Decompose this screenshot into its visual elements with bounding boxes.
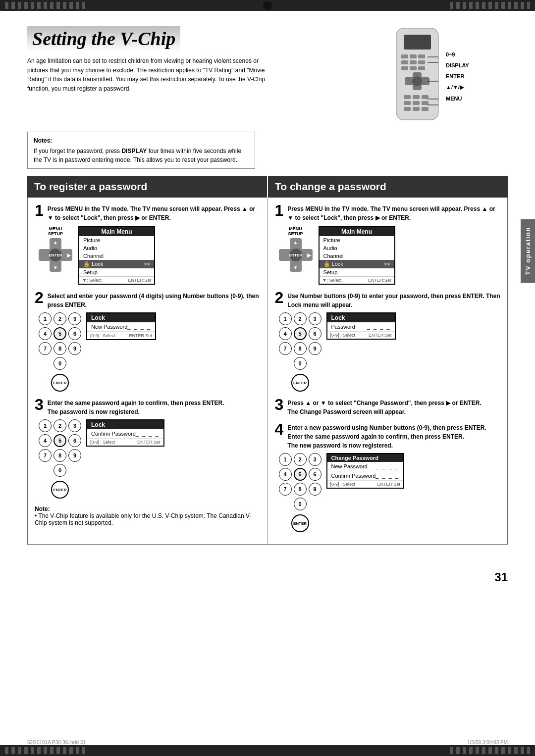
svg-rect-18 xyxy=(413,101,420,105)
svg-rect-10 xyxy=(418,66,425,70)
svg-rect-3 xyxy=(410,54,417,58)
left-section-header: To register a password xyxy=(27,176,267,198)
remote-label-arrows: ▲/▼/▶ xyxy=(446,84,469,91)
remote-label-menu: MENU xyxy=(446,96,469,101)
bottom-bar xyxy=(0,745,535,756)
left-step3: 3 Enter the same password again to confi… xyxy=(35,399,261,499)
right-step3: 3 Press ▲ or ▼ to select "Change Passwor… xyxy=(275,399,501,416)
right-column: 1 Press MENU in the TV mode. The TV menu… xyxy=(268,198,508,544)
right-section-header: To change a password xyxy=(268,176,508,198)
remote-label-09: 0–9 xyxy=(446,51,469,57)
sections-headers: To register a password To change a passw… xyxy=(27,176,508,198)
left-column: 1 Press MENU in the TV mode. The TV menu… xyxy=(28,198,268,544)
remote-label-enter: ENTER xyxy=(446,73,469,79)
page-number: 31 xyxy=(494,570,508,584)
notes-title: Notes: xyxy=(34,136,249,145)
left-step1: 1 Press MENU in the TV mode. The TV menu… xyxy=(35,204,261,285)
tv-operation-label: TV operation xyxy=(521,219,535,283)
svg-rect-8 xyxy=(401,66,408,70)
right-step2-num: 2 xyxy=(275,290,284,305)
svg-rect-15 xyxy=(413,95,420,99)
svg-rect-20 xyxy=(404,107,411,111)
svg-rect-1 xyxy=(404,35,431,50)
right-step1: 1 Press MENU in the TV mode. The TV menu… xyxy=(275,204,501,285)
svg-point-13 xyxy=(412,76,422,86)
right-step4: 4 Enter a new password using Number butt… xyxy=(275,423,501,532)
svg-rect-21 xyxy=(413,107,420,111)
left-step2-text: Select and enter your password (4 digits… xyxy=(48,292,261,309)
right-step3-num: 3 xyxy=(275,397,284,412)
remote-diagram: 0–9 DISPLAY ENTER ▲/▼/▶ MENU xyxy=(394,26,508,125)
svg-rect-7 xyxy=(418,60,425,64)
remote-label-display: DISPLAY xyxy=(446,62,469,68)
left-step2: 2 Select and enter your password (4 digi… xyxy=(35,292,261,392)
left-step2-num: 2 xyxy=(35,290,44,305)
svg-rect-19 xyxy=(422,101,428,105)
notes-box: Notes: If you forget the password, press… xyxy=(27,132,255,169)
right-step2: 2 Use Number buttons (0-9) to enter your… xyxy=(275,292,501,392)
left-menu-title: Main Menu xyxy=(79,227,154,236)
svg-rect-5 xyxy=(401,60,408,64)
footer: 52G0101A P30-36.indd 31 1/5/09 3:04:03 P… xyxy=(27,740,508,745)
right-step4-text: Enter a new password using Number button… xyxy=(287,423,486,450)
svg-rect-4 xyxy=(418,54,425,58)
svg-rect-16 xyxy=(422,95,428,99)
left-step3-num: 3 xyxy=(35,397,44,412)
svg-rect-6 xyxy=(410,60,417,64)
top-bar xyxy=(0,0,535,11)
description-text: An age limitation can be set to restrict… xyxy=(27,56,280,93)
right-step1-text: Press MENU in the TV mode. The TV menu s… xyxy=(287,204,500,222)
content-columns: 1 Press MENU in the TV mode. The TV menu… xyxy=(27,198,508,545)
left-step3-text: Enter the same password again to confirm… xyxy=(48,399,224,416)
footer-left: 52G0101A P30-36.indd 31 xyxy=(27,740,86,745)
svg-rect-2 xyxy=(401,54,408,58)
left-note: Note: • The V-Chip feature is available … xyxy=(35,505,261,526)
notes-text: If you forget the password, press DISPLA… xyxy=(34,147,249,164)
right-step3-text: Press ▲ or ▼ to select "Change Password"… xyxy=(287,399,482,416)
footer-right: 1/5/09 3:04:03 PM xyxy=(467,740,508,745)
svg-rect-17 xyxy=(404,101,411,105)
right-step1-num: 1 xyxy=(275,202,284,218)
svg-rect-22 xyxy=(422,107,428,111)
page-title: Setting the V-Chip xyxy=(27,26,180,51)
right-step4-num: 4 xyxy=(275,421,284,437)
left-step1-num: 1 xyxy=(35,204,44,218)
svg-rect-9 xyxy=(410,66,417,70)
svg-rect-14 xyxy=(404,95,411,99)
left-step1-text: Press MENU in the TV mode. The TV menu s… xyxy=(48,204,261,222)
right-step2-text: Use Number buttons (0-9) to enter your p… xyxy=(287,292,500,309)
